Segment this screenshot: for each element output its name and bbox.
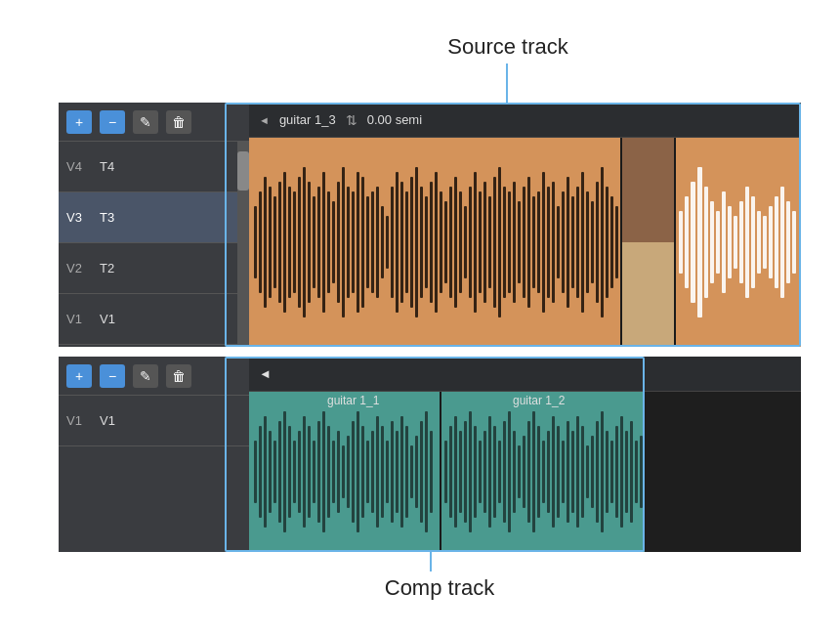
svg-rect-38: [440, 191, 442, 293]
scrollbar-thumb-top[interactable]: [237, 151, 249, 190]
top-waveform-header: ◄ guitar 1_3 ⇅ 0.00 semi: [249, 103, 801, 138]
track-row-v3[interactable]: V3 T3: [59, 192, 249, 243]
svg-rect-13: [317, 187, 320, 298]
svg-rect-162: [591, 436, 594, 508]
minus-button-bottom[interactable]: −: [100, 364, 125, 388]
svg-rect-109: [322, 411, 325, 532]
svg-rect-167: [615, 426, 618, 518]
svg-rect-41: [454, 177, 457, 308]
svg-rect-73: [610, 196, 613, 288]
top-toolbar: + − ✎ 🗑: [59, 103, 249, 142]
delete-button-top[interactable]: 🗑: [166, 110, 191, 134]
svg-rect-52: [508, 191, 511, 293]
svg-rect-127: [410, 445, 413, 498]
bottom-track-rows: V1 V1: [59, 396, 249, 446]
svg-rect-68: [586, 191, 589, 293]
track-v3-name: T3: [100, 210, 114, 225]
svg-rect-39: [444, 201, 447, 283]
svg-rect-10: [303, 167, 306, 318]
clip-arrow-icon: ◄: [259, 114, 270, 126]
track-v4-label: V4: [66, 159, 94, 174]
svg-rect-23: [366, 196, 369, 288]
edit-button-top[interactable]: ✎: [133, 110, 158, 134]
svg-rect-117: [361, 426, 364, 518]
svg-rect-125: [400, 416, 403, 528]
svg-rect-75: [679, 211, 683, 274]
bottom-waveform-header: ◄: [249, 357, 801, 392]
track-row-v1-bottom[interactable]: V1 V1: [59, 396, 249, 446]
svg-rect-166: [610, 441, 613, 503]
svg-rect-49: [493, 177, 496, 308]
svg-rect-110: [327, 426, 330, 518]
add-button-top[interactable]: +: [66, 110, 92, 134]
track-v1-bottom-label: V1: [66, 413, 94, 428]
svg-rect-76: [685, 196, 689, 288]
svg-rect-86: [745, 187, 749, 298]
orange-right-block[interactable]: [674, 138, 801, 347]
white-waveform-svg: [674, 138, 801, 347]
svg-rect-145: [508, 411, 511, 532]
delete-button-bottom[interactable]: 🗑: [166, 364, 191, 388]
track-row-v2[interactable]: V2 T2: [59, 243, 249, 294]
teal-waveform-svg: [249, 392, 645, 552]
svg-rect-104: [298, 431, 301, 513]
svg-rect-133: [449, 426, 452, 518]
svg-rect-160: [581, 426, 584, 518]
minus-button-top[interactable]: −: [100, 110, 125, 134]
svg-rect-87: [751, 196, 755, 288]
svg-rect-46: [479, 191, 482, 293]
svg-rect-169: [625, 431, 628, 513]
svg-rect-165: [606, 431, 609, 513]
teal-waveform-block[interactable]: guitar 1_1 guitar 1_2: [249, 392, 645, 552]
svg-rect-69: [591, 201, 594, 283]
svg-rect-152: [542, 441, 545, 503]
svg-rect-163: [596, 421, 599, 523]
svg-rect-168: [620, 416, 623, 528]
svg-rect-36: [430, 182, 433, 303]
tune-icon: ⇅: [346, 112, 357, 128]
svg-rect-55: [523, 187, 525, 298]
track-row-v1-top[interactable]: V1 V1: [59, 294, 249, 345]
svg-rect-140: [483, 431, 486, 513]
vline-top: [620, 138, 622, 347]
svg-rect-101: [283, 411, 286, 532]
svg-rect-91: [775, 196, 778, 288]
svg-rect-111: [332, 441, 335, 503]
svg-rect-0: [254, 206, 257, 278]
svg-rect-8: [293, 191, 296, 293]
svg-rect-37: [435, 172, 438, 313]
clip-name-top: guitar 1_3: [279, 112, 336, 127]
svg-rect-45: [474, 172, 477, 313]
edit-button-bottom[interactable]: ✎: [133, 364, 158, 388]
svg-rect-58: [537, 191, 540, 293]
svg-rect-25: [376, 187, 379, 298]
svg-rect-4: [273, 196, 276, 288]
top-track-rows: V4 T4 V3 T3 V2 T2 V1 V1: [59, 142, 249, 347]
svg-rect-22: [361, 177, 364, 308]
svg-rect-107: [313, 441, 315, 503]
svg-rect-53: [513, 182, 516, 303]
svg-rect-158: [571, 431, 574, 513]
svg-rect-14: [322, 172, 325, 313]
add-button-bottom[interactable]: +: [66, 364, 92, 388]
svg-rect-119: [371, 431, 374, 513]
track-row-v4[interactable]: V4 T4: [59, 142, 249, 192]
svg-rect-171: [635, 441, 638, 503]
orange-waveform-block[interactable]: [249, 138, 620, 347]
track-v3-label: V3: [66, 210, 94, 225]
svg-rect-124: [396, 431, 399, 513]
svg-rect-128: [415, 436, 418, 508]
svg-rect-44: [469, 187, 472, 298]
svg-rect-19: [347, 187, 350, 298]
svg-rect-134: [454, 416, 457, 528]
svg-rect-11: [308, 182, 311, 303]
svg-rect-137: [469, 411, 472, 532]
svg-rect-113: [342, 445, 345, 498]
track-v4-name: T4: [100, 159, 114, 174]
svg-rect-136: [464, 421, 467, 523]
scrollbar-top[interactable]: [237, 142, 249, 347]
svg-rect-57: [532, 196, 535, 288]
svg-rect-67: [581, 172, 584, 313]
svg-rect-159: [576, 416, 579, 528]
svg-rect-122: [386, 441, 389, 503]
